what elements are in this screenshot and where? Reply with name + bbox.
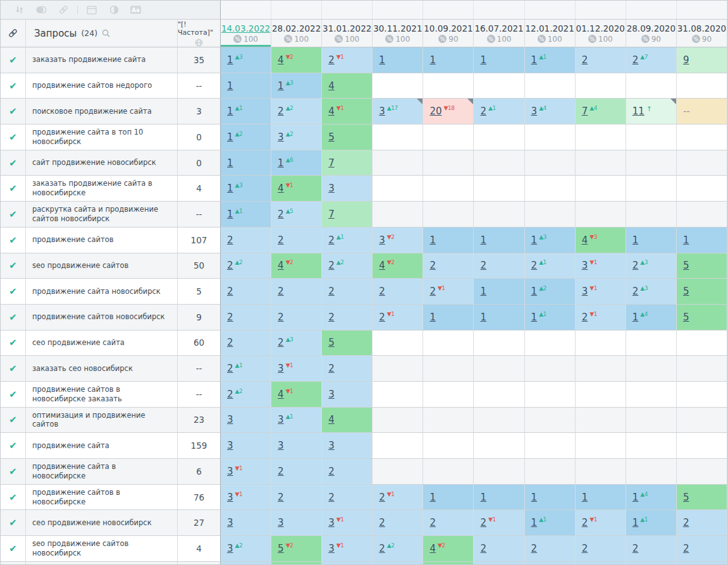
position-cell[interactable]: 1 (423, 485, 474, 511)
position-cell[interactable]: 1▲4 (626, 305, 677, 331)
position-value[interactable]: 11 (632, 106, 645, 117)
position-cell[interactable]: 4▼2 (271, 253, 322, 279)
position-value[interactable]: 2 (278, 312, 284, 323)
position-cell[interactable]: 1▲1 (221, 202, 271, 228)
position-value[interactable]: 4 (278, 54, 284, 66)
position-value[interactable]: 3 (582, 260, 588, 271)
position-cell[interactable]: 5▼2 (271, 536, 322, 562)
position-cell[interactable]: 4▼1 (271, 176, 322, 202)
position-value[interactable]: 1 (429, 492, 436, 503)
position-value[interactable]: 2 (379, 517, 385, 528)
position-value[interactable]: 1 (379, 54, 385, 66)
position-cell[interactable]: 3▼2 (373, 228, 423, 253)
position-cell[interactable]: 4▼2 (423, 536, 474, 562)
position-cell[interactable]: 2 (221, 331, 271, 356)
position-cell[interactable]: 1▲1 (626, 510, 677, 536)
position-cell[interactable]: 2 (271, 279, 322, 305)
position-cell[interactable]: 2 (474, 253, 524, 279)
position-value[interactable]: 1 (531, 54, 538, 66)
position-value[interactable]: 2 (328, 234, 335, 246)
position-cell[interactable]: 3▼1 (322, 536, 373, 562)
position-cell[interactable]: 2▲3 (626, 279, 677, 305)
query-cell[interactable] (26, 562, 178, 565)
position-value[interactable]: 2 (531, 260, 538, 271)
position-value[interactable]: 2 (278, 337, 284, 348)
query-cell[interactable]: сайт продвижение новосибирск (26, 150, 178, 176)
position-cell[interactable]: 3 (221, 510, 271, 536)
position-value[interactable]: 1 (531, 234, 538, 246)
position-cell[interactable]: 2 (271, 459, 322, 485)
position-cell[interactable]: 2▼1 (373, 305, 423, 331)
position-cell[interactable]: 1 (221, 73, 271, 99)
position-value[interactable]: 2 (429, 260, 436, 271)
position-value[interactable]: 3 (227, 414, 233, 425)
position-value[interactable]: 2 (582, 312, 588, 323)
position-value[interactable]: 7 (328, 209, 335, 220)
query-cell[interactable]: продвижение сайта в топ 10 новосибирск (26, 125, 178, 150)
position-cell[interactable]: 20▼18 (423, 99, 474, 125)
window-icon[interactable] (86, 4, 97, 16)
position-cell[interactable]: 3▼1 (576, 279, 626, 305)
position-cell[interactable]: 2▲2 (322, 253, 373, 279)
position-cell[interactable]: 2 (423, 510, 474, 536)
position-cell[interactable]: 1 (474, 305, 524, 331)
position-value[interactable]: 2 (328, 363, 335, 374)
date-column-header[interactable]: 30.11.2021%100 (373, 20, 423, 47)
position-cell[interactable]: 3▲4 (525, 99, 576, 125)
position-cell[interactable]: 1▲3 (221, 47, 271, 73)
position-value[interactable]: 5 (328, 131, 335, 143)
position-value[interactable]: 2 (227, 337, 233, 348)
position-cell[interactable]: 1▲3 (221, 176, 271, 202)
query-cell[interactable]: раскрутка сайта и продвижение сайтов нов… (26, 202, 178, 228)
position-cell[interactable]: 2 (221, 279, 271, 305)
position-value[interactable]: 5 (278, 543, 284, 554)
position-value[interactable]: 2 (582, 543, 588, 554)
position-cell[interactable]: 1 (423, 305, 474, 331)
position-value[interactable]: 2 (328, 492, 335, 503)
position-value[interactable]: 2 (531, 543, 538, 554)
date-column-header[interactable]: 28.09.2020%90 (626, 20, 677, 47)
row-check-icon[interactable]: ✔ (1, 510, 26, 536)
position-cell[interactable]: 2 (271, 305, 322, 331)
link-column-header[interactable] (1, 20, 26, 47)
position-cell[interactable]: -- (677, 99, 727, 125)
position-value[interactable]: 3 (328, 389, 335, 400)
position-value[interactable]: 3 (278, 131, 284, 143)
position-value[interactable]: 4 (278, 260, 284, 271)
circles-icon[interactable] (35, 4, 47, 16)
position-value[interactable]: 1 (278, 80, 284, 92)
position-cell[interactable]: 2 (677, 536, 727, 562)
position-value[interactable]: 2 (278, 106, 284, 117)
date-label[interactable]: 12.01.2021 (525, 23, 574, 33)
position-value[interactable]: 1 (480, 312, 486, 323)
position-value[interactable]: 1 (632, 517, 639, 528)
position-cell[interactable]: 1 (423, 228, 474, 253)
position-value[interactable]: 2 (227, 312, 233, 323)
position-cell[interactable]: 1▲1 (221, 99, 271, 125)
position-value[interactable]: 9 (683, 54, 689, 66)
position-cell[interactable]: 2▲2 (373, 536, 423, 562)
position-value[interactable]: 5 (328, 337, 335, 348)
query-cell[interactable]: сео продвижение сайта (26, 331, 178, 356)
row-check-icon[interactable]: ✔ (1, 253, 26, 279)
position-value[interactable]: 3 (328, 183, 335, 194)
position-cell[interactable]: 2 (677, 510, 727, 536)
position-cell[interactable]: 3 (221, 433, 271, 459)
row-check-icon[interactable]: ✔ (1, 305, 26, 331)
position-cell[interactable]: 2▼1 (322, 47, 373, 73)
position-value[interactable]: 3 (227, 492, 233, 503)
position-cell[interactable]: 1▲6 (271, 150, 322, 176)
position-value[interactable]: 3 (278, 363, 284, 374)
position-cell[interactable]: 2 (626, 536, 677, 562)
position-value[interactable]: 2 (480, 517, 486, 528)
row-check-icon[interactable]: ✔ (1, 356, 26, 382)
position-cell[interactable]: 2▲1 (525, 253, 576, 279)
position-cell[interactable]: 3 (271, 433, 322, 459)
position-value[interactable]: 3 (227, 466, 233, 477)
position-cell[interactable]: 7▲4 (576, 99, 626, 125)
position-value[interactable]: 5 (683, 312, 689, 323)
position-value[interactable]: 1 (632, 312, 639, 323)
position-cell[interactable]: 1▲1 (525, 510, 576, 536)
query-cell[interactable]: продвижение сайтов новосибирск (26, 305, 178, 331)
query-cell[interactable]: продвижение сайта (26, 433, 178, 459)
